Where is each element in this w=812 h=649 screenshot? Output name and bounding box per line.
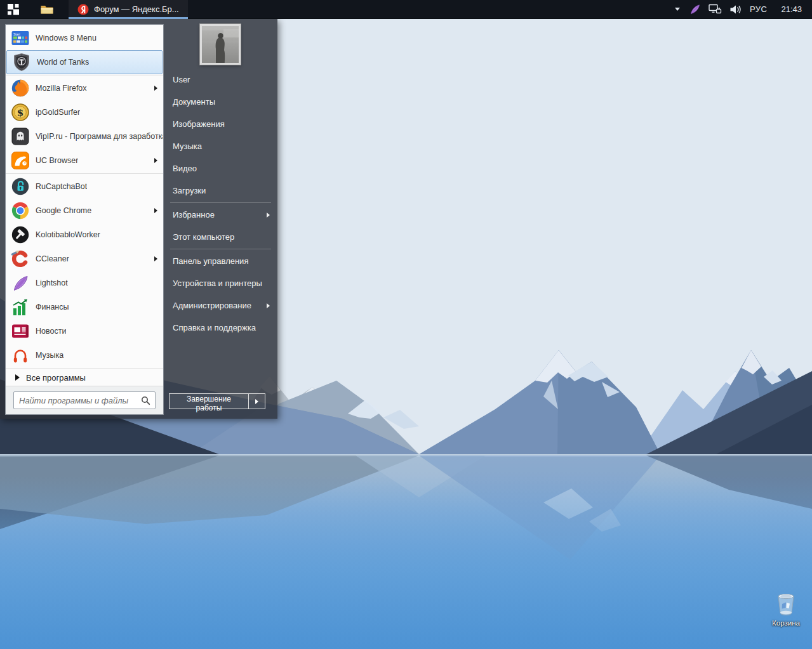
submenu-arrow-icon: [267, 303, 270, 308]
start-menu-item-label: Новости: [36, 327, 66, 336]
kolotibablo-icon: [11, 225, 30, 244]
firefox-icon: [11, 79, 30, 98]
start-menu-right-item[interactable]: Избранное: [164, 204, 277, 226]
recycle-bin-label: Корзина: [768, 619, 804, 627]
ccleaner-icon: [11, 249, 30, 268]
windows8-icon: Start: [11, 29, 30, 48]
user-avatar[interactable]: [200, 24, 241, 65]
start-menu-right-item[interactable]: Панель управления: [164, 250, 277, 272]
chrome-icon: [11, 201, 30, 220]
start-menu-left-items: StartWindows 8 MenuWorld of TanksMozilla…: [6, 25, 163, 367]
start-menu-item-label: VipIP.ru - Программа для заработка: [36, 132, 163, 141]
start-menu-item-label: Mozilla Firefox: [36, 84, 87, 93]
chevron-right-icon: [255, 399, 258, 404]
divider: [170, 202, 271, 203]
start-menu-item-chrome[interactable]: Google Chrome: [6, 199, 163, 223]
start-menu-item-label: RuCaptchaBot: [36, 182, 87, 191]
start-menu-right-item-label: Справка и поддержка: [173, 323, 256, 332]
hidden-icons-chevron-icon[interactable]: [675, 8, 680, 11]
start-menu-item-ipgold[interactable]: $ipGoldSurfer: [6, 100, 163, 124]
submenu-arrow-icon: [154, 158, 157, 163]
all-programs-label: Все программы: [26, 373, 86, 383]
start-menu-item-uc[interactable]: UC Browser: [6, 148, 163, 173]
svg-text:$: $: [17, 107, 23, 119]
start-menu-item-kolotibablo[interactable]: KolotibabloWorker: [6, 223, 163, 247]
yandex-browser-icon: [77, 4, 89, 15]
start-menu-right-items: UserДокументыИзображенияМузыкаВидеоЗагру…: [164, 69, 277, 339]
start-menu-right-item[interactable]: Администрирование: [164, 294, 277, 317]
lightshot-tray-icon[interactable]: [689, 3, 701, 15]
taskbar: Форум — Яндекс.Бр...: [0, 0, 812, 19]
start-menu-right-item[interactable]: Музыка: [164, 135, 277, 157]
shutdown-button[interactable]: Завершение работы: [169, 393, 249, 409]
start-menu-item-label: Lightshot: [36, 279, 68, 287]
start-menu-right-item-label: Панель управления: [173, 256, 248, 266]
submenu-arrow-icon: [154, 86, 157, 91]
music-icon: [11, 346, 30, 365]
start-menu-item-firefox[interactable]: Mozilla Firefox: [6, 76, 163, 100]
start-menu-right-item[interactable]: Загрузки: [164, 180, 277, 202]
start-menu-right-item[interactable]: Документы: [164, 91, 277, 113]
start-menu-right-item-label: Видео: [173, 164, 197, 173]
start-menu-right-item[interactable]: Устройства и принтеры: [164, 272, 277, 294]
start-menu-right-item-label: Администрирование: [173, 301, 251, 310]
start-menu-right-item-label: Документы: [173, 97, 215, 107]
all-programs-item[interactable]: Все программы: [6, 369, 163, 386]
task-button-label: Форум — Яндекс.Бр...: [94, 4, 179, 14]
start-menu-item-finance[interactable]: Финансы: [6, 295, 163, 319]
volume-tray-icon[interactable]: [729, 4, 742, 15]
start-menu-right-item[interactable]: Этот компьютер: [164, 226, 277, 248]
system-tray: РУС 21:43: [675, 3, 812, 15]
start-menu-right-item[interactable]: User: [164, 69, 277, 91]
news-icon: [11, 322, 30, 341]
start-menu-item-rucaptcha[interactable]: RuCaptchaBot: [6, 174, 163, 199]
lightshot-icon: [11, 273, 30, 292]
start-menu-right-item-label: User: [173, 75, 190, 84]
start-menu-right-item-label: Загрузки: [173, 186, 206, 195]
start-menu-item-wot[interactable]: World of Tanks: [6, 50, 163, 74]
submenu-arrow-icon: [267, 213, 270, 218]
start-menu-item-ccleaner[interactable]: CCleaner: [6, 247, 163, 271]
start-menu-right-item-label: Изображения: [173, 119, 225, 129]
explorer-taskbar-button[interactable]: [34, 0, 60, 19]
folder-icon: [40, 4, 54, 15]
svg-text:Start: Start: [13, 32, 20, 36]
ipgold-icon: $: [11, 103, 30, 122]
start-menu-right-item-label: Этот компьютер: [173, 232, 234, 242]
start-menu-item-windows8[interactable]: StartWindows 8 Menu: [6, 26, 163, 50]
search-box[interactable]: [13, 391, 156, 409]
shutdown-options-arrow[interactable]: [249, 393, 265, 409]
yandex-browser-task-button[interactable]: Форум — Яндекс.Бр...: [69, 0, 188, 19]
wot-icon: [12, 53, 31, 72]
search-icon[interactable]: [141, 396, 150, 405]
uc-icon: [11, 151, 30, 170]
network-tray-icon[interactable]: [709, 3, 722, 15]
start-pinwheel-icon: [4, 1, 21, 18]
start-menu-item-news[interactable]: Новости: [6, 319, 163, 343]
start-menu-right-item[interactable]: Видео: [164, 157, 277, 180]
start-menu-right-item[interactable]: Изображения: [164, 113, 277, 135]
divider: [6, 75, 163, 75]
start-menu-item-music[interactable]: Музыка: [6, 343, 163, 367]
recycle-bin[interactable]: Корзина: [768, 593, 804, 627]
start-menu-item-label: KolotibabloWorker: [36, 230, 100, 239]
search-input[interactable]: [14, 396, 141, 405]
shutdown-split-button: Завершение работы: [169, 393, 265, 409]
all-programs-arrow-icon: [15, 374, 20, 381]
start-menu-item-label: CCleaner: [36, 254, 69, 263]
start-menu-item-label: Google Chrome: [36, 206, 91, 215]
start-menu-right-item[interactable]: Справка и поддержка: [164, 317, 277, 339]
active-task-underline: [69, 17, 188, 19]
start-menu-item-lightshot[interactable]: Lightshot: [6, 271, 163, 295]
start-button[interactable]: [0, 0, 25, 19]
search-area: [6, 386, 163, 414]
recycle-bin-icon: [774, 607, 798, 618]
clock[interactable]: 21:43: [781, 4, 802, 14]
language-indicator[interactable]: РУС: [750, 4, 768, 14]
start-menu-item-vipip[interactable]: VipIP.ru - Программа для заработка: [6, 124, 163, 148]
start-menu-right-item-label: Избранное: [173, 210, 215, 220]
vipip-icon: [11, 127, 30, 146]
desktop: Корзина StartWindows 8 MenuWorld of Tank…: [0, 0, 812, 649]
rucaptcha-icon: [11, 177, 30, 196]
submenu-arrow-icon: [154, 256, 157, 261]
